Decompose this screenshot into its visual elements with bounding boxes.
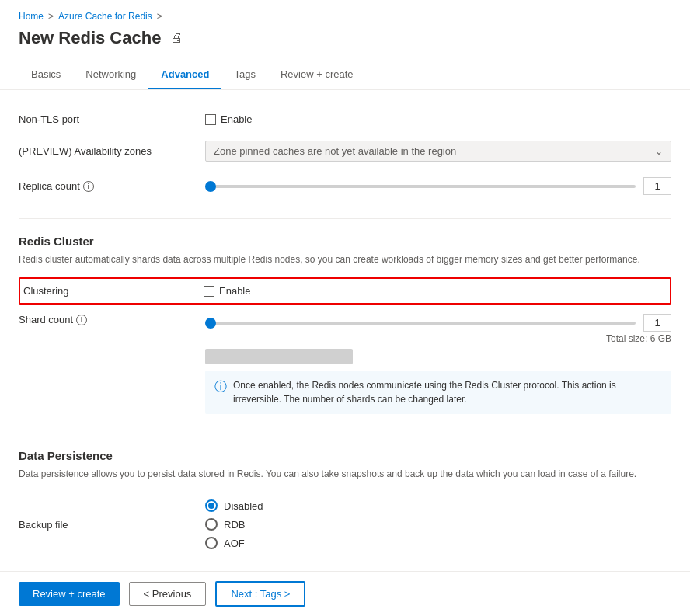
shard-count-slider[interactable]: [205, 322, 636, 325]
replica-count-control: 1: [205, 177, 671, 195]
shard-count-label: Shard count i: [19, 314, 205, 325]
info-icon: ⓘ: [214, 379, 227, 395]
backup-disabled-radio-inner: [208, 503, 214, 509]
non-tls-checkbox-wrapper[interactable]: Enable: [205, 113, 252, 125]
page-header: New Redis Cache 🖨: [0, 22, 690, 61]
section-separator-2: [19, 433, 671, 433]
backup-disabled-label: Disabled: [224, 500, 263, 512]
section-separator-1: [19, 218, 671, 219]
clustering-row: Clustering Enable: [19, 277, 671, 305]
availability-zones-dropdown[interactable]: Zone pinned caches are not yet available…: [205, 141, 671, 162]
shard-count-thumb: [205, 318, 216, 329]
data-persistence-title: Data Persistence: [19, 449, 671, 462]
replica-count-label: Replica count i: [19, 180, 205, 192]
non-tls-checkbox[interactable]: [205, 114, 216, 125]
page-title: New Redis Cache: [19, 28, 161, 48]
previous-button[interactable]: < Previous: [129, 582, 207, 606]
chevron-down-icon: ⌄: [655, 146, 663, 157]
clustering-checkbox[interactable]: [204, 286, 214, 297]
clustering-info-box: ⓘ Once enabled, the Redis nodes communic…: [205, 371, 671, 414]
replica-count-info-icon: i: [83, 181, 94, 192]
tab-bar: Basics Networking Advanced Tags Review +…: [0, 61, 690, 90]
backup-rdb-option[interactable]: RDB: [205, 518, 263, 531]
tab-networking[interactable]: Networking: [73, 61, 148, 89]
main-content: Non-TLS port Enable (PREVIEW) Availabili…: [0, 90, 690, 611]
replica-count-thumb: [205, 181, 216, 192]
replica-count-row: Replica count i 1: [19, 169, 671, 203]
non-tls-label: Non-TLS port: [19, 113, 205, 125]
non-tls-control: Enable: [205, 113, 671, 125]
shard-size-bar: [205, 349, 353, 364]
tab-basics[interactable]: Basics: [19, 61, 73, 89]
non-tls-enable-label: Enable: [221, 113, 252, 125]
breadcrumb-home[interactable]: Home: [19, 11, 44, 22]
breadcrumb-sep1: >: [48, 11, 54, 22]
availability-zones-label: (PREVIEW) Availability zones: [19, 145, 205, 157]
replica-count-slider[interactable]: [205, 185, 636, 188]
breadcrumb-sep2: >: [157, 11, 162, 22]
redis-cluster-desc: Redis cluster automatically shards data …: [19, 252, 671, 266]
replica-count-slider-container: 1: [205, 177, 671, 195]
tab-review[interactable]: Review + create: [268, 61, 366, 89]
backup-file-radio-group: Disabled RDB AOF: [205, 499, 263, 549]
review-create-button[interactable]: Review + create: [19, 582, 120, 606]
shard-total-size: Total size: 6 GB: [205, 333, 671, 344]
backup-file-row: Backup file Disabled RDB AOF: [19, 492, 671, 557]
backup-aof-option[interactable]: AOF: [205, 537, 263, 549]
backup-file-control: Disabled RDB AOF: [205, 499, 671, 549]
clustering-label: Clustering: [23, 285, 204, 297]
availability-zones-control: Zone pinned caches are not yet available…: [205, 141, 671, 162]
dropdown-value: Zone pinned caches are not yet available…: [214, 145, 456, 157]
tab-tags[interactable]: Tags: [221, 61, 267, 89]
shard-count-value: 1: [643, 314, 671, 332]
redis-cluster-title: Redis Cluster: [19, 235, 671, 248]
backup-aof-label: AOF: [224, 538, 245, 549]
shard-slider-row: 1: [205, 314, 671, 332]
breadcrumb: Home > Azure Cache for Redis >: [0, 0, 690, 22]
footer: Review + create < Previous Next : Tags >: [0, 571, 690, 616]
shard-count-control: 1 Total size: 6 GB ⓘ Once enabled, the R…: [205, 314, 671, 414]
backup-aof-radio[interactable]: [205, 537, 218, 549]
clustering-enable-label: Enable: [219, 285, 250, 297]
next-button[interactable]: Next : Tags >: [215, 581, 305, 607]
shard-count-info-icon: i: [76, 315, 87, 325]
backup-rdb-radio[interactable]: [205, 518, 218, 531]
backup-disabled-radio[interactable]: [205, 499, 218, 512]
shard-count-row: Shard count i 1 Total size: 6 GB ⓘ Once …: [19, 311, 671, 417]
clustering-info-text: Once enabled, the Redis nodes communicat…: [233, 378, 662, 406]
non-tls-row: Non-TLS port Enable: [19, 106, 671, 133]
availability-zones-row: (PREVIEW) Availability zones Zone pinned…: [19, 133, 671, 169]
clustering-control: Enable: [204, 285, 250, 297]
backup-rdb-label: RDB: [224, 519, 245, 531]
backup-file-label: Backup file: [19, 519, 205, 531]
tab-advanced[interactable]: Advanced: [148, 61, 221, 89]
print-icon[interactable]: 🖨: [170, 31, 183, 45]
breadcrumb-azure[interactable]: Azure Cache for Redis: [58, 11, 152, 22]
replica-count-value: 1: [643, 177, 671, 195]
backup-disabled-option[interactable]: Disabled: [205, 499, 263, 512]
data-persistence-desc: Data persistence allows you to persist d…: [19, 467, 671, 481]
